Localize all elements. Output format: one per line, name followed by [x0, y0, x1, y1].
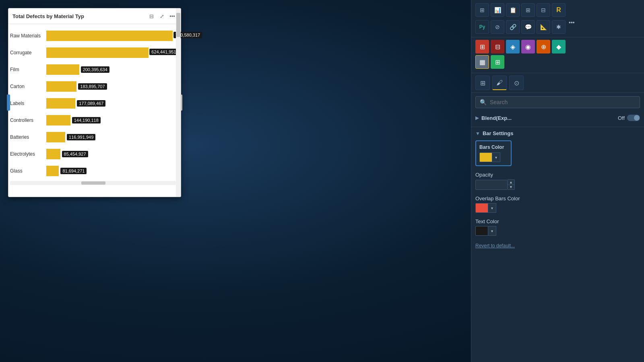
- tb-icon-r[interactable]: R: [552, 3, 566, 17]
- bars-color-card: Bars Color ▾: [475, 140, 512, 166]
- vis-icon-2[interactable]: ⊟: [491, 40, 504, 53]
- bar-value: 85,454,927: [62, 151, 88, 157]
- vis-icon-grid: ⊞ ⊟ ◈ ◉ ⊕ ◆ ▦ ⊞: [471, 37, 644, 73]
- tb-icon-py[interactable]: Py: [475, 20, 489, 34]
- vis-row-2: ▦ ⊞: [475, 55, 640, 69]
- tb-icon-5[interactable]: ⊟: [537, 3, 550, 17]
- vis-row-1: ⊞ ⊟ ◈ ◉ ⊕ ◆: [475, 40, 640, 53]
- bar-container: 116,991,949: [46, 132, 173, 142]
- toolbar-top: ⊞ 📊 📋 ⊞ ⊟ R Py ⊘ 🔗 💬 📐 ✱ •••: [471, 0, 644, 37]
- search-input[interactable]: [490, 99, 636, 105]
- overlap-color-row: ▾: [475, 203, 640, 213]
- bar-label: Glass: [10, 168, 46, 174]
- bars-color-label: Bars Color: [479, 144, 508, 150]
- bar-settings-section: ▼ Bar Settings Bars Color ▾ Opacity 100 …: [471, 127, 644, 253]
- bar-row: Raw Materials770,580,317: [8, 27, 181, 44]
- bar-row: Electrolytes85,454,927: [8, 146, 181, 162]
- scroll-thumb[interactable]: [176, 13, 180, 37]
- vis-icon-8[interactable]: ⊞: [491, 55, 504, 69]
- chart-body: Raw Materials770,580,317Corrugate624,441…: [8, 24, 181, 190]
- bar-label: Batteries: [10, 134, 46, 140]
- bar-fill: [46, 81, 76, 92]
- text-color-container: Text Color ▾: [475, 218, 640, 236]
- bar-label: Corrugate: [10, 50, 46, 56]
- bar-fill: [46, 115, 70, 125]
- expand-icon[interactable]: ⤢: [157, 12, 166, 21]
- blend-off-label: Off: [618, 115, 625, 121]
- blend-toggle[interactable]: [627, 115, 640, 121]
- bars-color-dropdown[interactable]: ▾: [492, 152, 500, 162]
- bar-settings-chevron[interactable]: ▼: [475, 131, 480, 136]
- bar-row: Controllers144,190,118: [8, 112, 181, 129]
- bars-color-swatch[interactable]: [479, 152, 492, 162]
- bar-settings-header: ▼ Bar Settings: [475, 130, 640, 136]
- tb-icon-3[interactable]: 📋: [506, 3, 520, 17]
- tb-icon-10[interactable]: ✱: [552, 20, 566, 34]
- chart-title: Total Defects by Material Typ: [12, 13, 144, 19]
- vis-icon-4[interactable]: ◉: [521, 40, 535, 53]
- bar-row: Corrugate624,441,951: [8, 44, 181, 61]
- opacity-down-btn[interactable]: ▼: [508, 185, 515, 190]
- overlap-label: Overlap Bars Color: [475, 195, 640, 202]
- blend-chevron[interactable]: ▶: [475, 115, 479, 121]
- bar-container: 624,441,951: [46, 47, 173, 58]
- text-color-label: Text Color: [475, 218, 640, 224]
- vis-icon-7[interactable]: ▦: [475, 55, 489, 69]
- vis-icon-6[interactable]: ◆: [552, 40, 566, 53]
- chart-header: Total Defects by Material Typ ⊟ ⤢ •••: [8, 8, 181, 24]
- right-panel: ⊞ 📊 📋 ⊞ ⊟ R Py ⊘ 🔗 💬 📐 ✱ ••• ⊞ ⊟ ◈ ◉ ⊕ ◆…: [471, 0, 644, 362]
- right-scrollbar[interactable]: [176, 8, 181, 197]
- tb-icon-1[interactable]: ⊞: [475, 3, 489, 17]
- more-icon[interactable]: •••: [168, 12, 177, 21]
- bar-container: 81,694,271: [46, 166, 173, 176]
- bar-container: 144,190,118: [46, 115, 173, 125]
- bar-row: Film200,395,634: [8, 61, 181, 78]
- vis-icon-5[interactable]: ⊕: [537, 40, 550, 53]
- bar-row: Carton183,895,707: [8, 78, 181, 95]
- bar-value: 144,190,118: [72, 117, 101, 123]
- tb-icon-2[interactable]: 📊: [491, 3, 504, 17]
- opacity-input[interactable]: 100: [475, 180, 508, 190]
- bottom-scroll-thumb[interactable]: [81, 181, 105, 185]
- overlap-color-swatch[interactable]: [475, 203, 488, 213]
- bottom-scrollbar[interactable]: [10, 181, 176, 185]
- tb-icon-9[interactable]: 📐: [537, 20, 550, 34]
- overlap-color-dropdown[interactable]: ▾: [488, 203, 496, 213]
- text-color-dropdown[interactable]: ▾: [488, 226, 496, 236]
- chart-widget: Total Defects by Material Typ ⊟ ⤢ ••• Ra…: [8, 8, 181, 197]
- bar-label: Raw Materials: [10, 33, 46, 39]
- bar-fill: 624,441,951: [46, 47, 149, 58]
- bar-label: Film: [10, 67, 46, 72]
- opacity-up-btn[interactable]: ▲: [508, 179, 515, 185]
- tb-icon-6[interactable]: ⊘: [491, 20, 504, 34]
- revert-button[interactable]: Revert to default...: [475, 241, 640, 250]
- search-icon: 🔍: [480, 99, 487, 105]
- action-paint-btn[interactable]: 🖌: [492, 76, 507, 90]
- bar-value: 183,895,707: [78, 83, 107, 90]
- blend-header: ▶ Blend(Exp... Off: [475, 115, 640, 121]
- tb-icon-7[interactable]: 🔗: [506, 20, 520, 34]
- toolbar-dots: •••: [567, 19, 576, 34]
- tb-icon-4[interactable]: ⊞: [521, 3, 535, 17]
- bar-value: 116,991,949: [67, 134, 95, 140]
- text-color-swatch[interactable]: [475, 226, 488, 236]
- bar-fill: [46, 64, 79, 75]
- bar-row: Glass81,694,271: [8, 162, 181, 179]
- action-analytics-btn[interactable]: ⊙: [509, 76, 524, 90]
- filter-icon[interactable]: ⊟: [147, 12, 156, 21]
- bar-container: 770,580,317: [46, 31, 173, 41]
- action-grid-btn[interactable]: ⊞: [475, 76, 490, 90]
- vis-icon-3[interactable]: ◈: [506, 40, 520, 53]
- bar-label: Controllers: [10, 117, 46, 123]
- bar-container: 177,089,467: [46, 98, 173, 109]
- opacity-spinner: ▲ ▼: [508, 179, 515, 190]
- bars-container: Raw Materials770,580,317Corrugate624,441…: [8, 27, 181, 179]
- vis-icon-1[interactable]: ⊞: [475, 40, 489, 53]
- search-container: 🔍: [475, 96, 640, 108]
- bar-fill: 770,580,317: [46, 31, 173, 41]
- bar-row: Labels177,089,467: [8, 95, 181, 112]
- bar-value: 624,441,951: [149, 49, 178, 55]
- bar-container: 85,454,927: [46, 149, 173, 159]
- bar-fill: [46, 98, 75, 109]
- tb-icon-8[interactable]: 💬: [521, 20, 535, 34]
